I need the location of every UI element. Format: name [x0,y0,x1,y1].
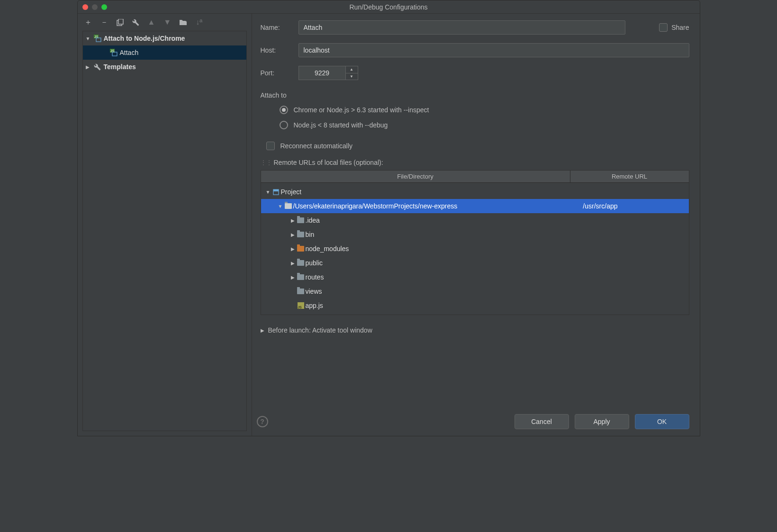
chevron-right-icon: ▶ [289,246,296,252]
folder-icon [284,203,293,209]
wrench-icon [93,63,102,71]
tree-row-node-modules[interactable]: ▶ node_modules [261,242,689,256]
before-launch-label: Before launch: Activate tool window [268,326,372,334]
chevron-down-icon: ▼ [277,204,284,209]
sort-alpha-icon[interactable]: ↓ª [196,18,202,26]
move-down-icon[interactable]: ▼ [163,18,171,26]
tree-row-views[interactable]: views [261,284,689,298]
config-editor: Name: Share Host: Port: ▲▼ Attach to [252,14,700,436]
share-label: Share [671,24,689,31]
titlebar: Run/Debug Configurations [78,0,700,14]
radio-inspect[interactable]: Chrome or Node.js > 6.3 started with --i… [280,106,689,114]
chevron-right-icon: ▶ [86,64,91,70]
name-input[interactable] [298,20,625,35]
radio-button-icon [280,106,288,114]
config-toolbar: ＋ － ▲ ▼ + ↓ª [78,14,252,31]
folder-icon [296,232,306,237]
before-launch-section[interactable]: ▶ Before launch: Activate tool window [261,326,689,334]
templates-node[interactable]: ▶ Templates [83,60,246,74]
dialog-window: Run/Debug Configurations ＋ － ▲ ▼ + ↓ª ▼ … [77,0,700,436]
tree-label: bin [306,231,315,238]
project-icon [271,189,281,196]
remote-urls-table: File/Directory Remote URL ▼ Project ▼ /U… [261,170,689,315]
folder-icon [296,217,306,223]
name-label: Name: [261,24,298,31]
port-input[interactable] [298,66,346,80]
chevron-right-icon: ▶ [289,232,296,237]
port-label: Port: [261,69,298,77]
radio-debug[interactable]: Node.js < 8 started with --debug [280,121,689,129]
js-file-icon: JS [296,302,306,309]
chevron-down-icon[interactable]: ▼ [346,73,358,80]
remove-config-icon[interactable]: － [100,18,108,26]
tree-row-routes[interactable]: ▶ routes [261,270,689,284]
window-title: Run/Debug Configurations [78,3,700,11]
config-tree: ▼ JS Attach to Node.js/Chrome JS Attach … [82,31,247,431]
radio-button-icon [280,121,288,129]
config-group-node[interactable]: ▼ JS Attach to Node.js/Chrome [83,31,246,45]
config-item-attach[interactable]: JS Attach [83,45,246,60]
chevron-down-icon: ▼ [265,189,271,195]
column-remote-url[interactable]: Remote URL [570,171,689,182]
reconnect-label: Reconnect automatically [280,142,353,150]
radio-inspect-label: Chrome or Node.js > 6.3 started with --i… [294,106,429,114]
attach-to-title: Attach to [261,91,689,99]
chevron-right-icon: ▶ [289,261,296,266]
chevron-right-icon: ▶ [289,218,296,223]
tree-label: views [306,288,322,295]
folder-icon [296,289,306,294]
edit-defaults-icon[interactable] [132,19,139,26]
reconnect-checkbox[interactable] [266,142,275,150]
cancel-button[interactable]: Cancel [515,414,569,429]
tree-label: app.js [306,302,323,309]
tree-label: Project [281,188,302,196]
column-file-directory[interactable]: File/Directory [261,171,570,182]
move-up-icon[interactable]: ▲ [148,18,155,26]
config-item-label: Attach [120,49,139,56]
ok-button[interactable]: OK [635,414,689,429]
reconnect-checkbox-row[interactable]: Reconnect automatically [266,142,689,150]
port-stepper[interactable]: ▲▼ [346,66,358,80]
share-checkbox[interactable] [659,23,668,32]
templates-label: Templates [104,63,136,71]
help-button[interactable]: ? [257,416,268,427]
grip-icon[interactable]: ⋮⋮ [261,159,272,166]
nodejs-config-icon: JS [109,49,118,56]
radio-debug-label: Node.js < 8 started with --debug [294,121,388,129]
chevron-right-icon: ▶ [261,328,264,333]
copy-config-icon[interactable] [117,19,124,26]
tree-row-root[interactable]: ▼ /Users/ekaterinaprigara/WebstormProjec… [261,199,689,213]
tree-row-appjs[interactable]: JS app.js [261,298,689,313]
left-panel: ＋ － ▲ ▼ + ↓ª ▼ JS Attach to Node.js/Chro… [78,14,252,436]
add-config-icon[interactable]: ＋ [84,18,92,26]
host-label: Host: [261,46,298,54]
host-input[interactable] [298,43,689,57]
svg-rect-10 [273,189,279,191]
tree-label: public [306,259,323,267]
tree-label: /Users/ekaterinaprigara/WebstormProjects… [293,202,458,210]
svg-rect-8 [112,52,117,56]
chevron-up-icon[interactable]: ▲ [346,66,358,73]
folder-icon [296,246,306,252]
tree-row-public[interactable]: ▶ public [261,256,689,270]
svg-text:+: + [185,19,187,23]
nodejs-config-icon: JS [93,35,102,42]
tree-row-idea[interactable]: ▶ .idea [261,213,689,227]
apply-button[interactable]: Apply [575,414,629,429]
tree-row-project[interactable]: ▼ Project [261,185,689,199]
remote-url-value: /usr/src/app [583,202,617,210]
tree-label: node_modules [306,245,349,252]
tree-row-bin[interactable]: ▶ bin [261,227,689,242]
tree-label: routes [306,273,324,281]
folder-icon [296,274,306,280]
folder-action-icon[interactable]: + [180,19,187,26]
folder-icon [296,260,306,266]
chevron-down-icon: ▼ [86,36,91,41]
svg-rect-1 [118,19,123,24]
config-group-label: Attach to Node.js/Chrome [104,35,185,42]
remote-urls-title: Remote URLs of local files (optional): [274,159,383,166]
svg-rect-5 [96,38,101,42]
chevron-right-icon: ▶ [289,275,296,280]
tree-label: .idea [306,216,320,224]
